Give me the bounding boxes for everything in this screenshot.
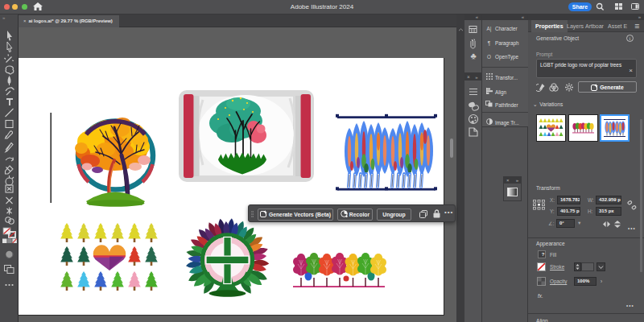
- svg-text:×: ×: [467, 74, 470, 80]
- svg-text:i: i: [630, 35, 631, 41]
- svg-text:♣: ♣: [470, 51, 476, 60]
